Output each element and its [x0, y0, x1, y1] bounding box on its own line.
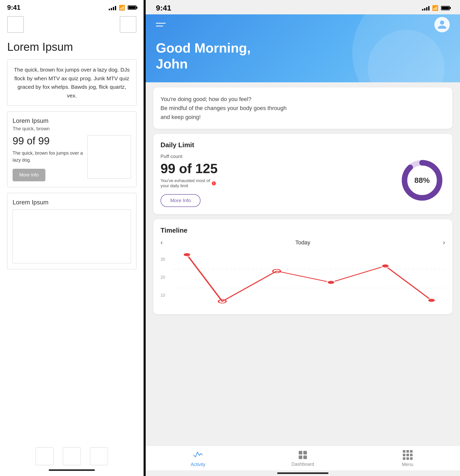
timeline-date: Today: [295, 239, 311, 246]
menu-label: Menu: [402, 462, 413, 467]
left-bottom-bar: [0, 443, 144, 476]
right-battery-icon: [441, 6, 450, 10]
left-home-indicator: [49, 469, 95, 471]
y-label-20: 20: [161, 275, 165, 280]
left-top-icon-right[interactable]: [120, 16, 136, 33]
wifi-icon: 📶: [119, 5, 125, 11]
right-phone: 9:41 📶 Good Morning,John: [146, 0, 460, 476]
timeline-prev-button[interactable]: ‹: [161, 239, 163, 246]
timeline-title: Timeline: [161, 226, 445, 234]
svg-rect-10: [299, 451, 302, 454]
left-phone: 9:41 📶 Lorem Ipsum The quick, brown fox …: [0, 0, 144, 476]
line-chart-svg: [173, 251, 445, 307]
wellbeing-text: You're doing good; how do you feel? Be m…: [161, 95, 445, 122]
wellbeing-card: You're doing good; how do you feel? Be m…: [153, 87, 452, 129]
bottom-nav: Activity Dashboard Menu: [146, 446, 460, 470]
left-status-bar: 9:41 📶: [0, 0, 144, 14]
nav-menu[interactable]: Menu: [395, 450, 421, 467]
activity-icon: [193, 450, 203, 460]
signal-icon: [109, 5, 116, 10]
left-text-box: The quick, brown fox jumps over a lazy d…: [7, 60, 136, 106]
nav-dashboard[interactable]: Dashboard: [290, 450, 316, 467]
hamburger-icon[interactable]: [156, 23, 166, 26]
svg-point-8: [382, 264, 389, 268]
right-scroll-area[interactable]: You're doing good; how do you feel? Be m…: [146, 82, 460, 446]
left-card-count: 99 of 99: [13, 135, 83, 147]
phone-divider: [144, 0, 146, 476]
svg-point-4: [183, 253, 191, 256]
left-top-icon-left[interactable]: [7, 16, 24, 33]
y-label-10: 10: [161, 293, 165, 298]
timeline-card: Timeline ‹ Today › 10 20 30: [153, 219, 452, 314]
left-paragraph: The quick, brown fox jumps over a lazy d…: [13, 65, 131, 100]
svg-rect-12: [299, 455, 302, 459]
left-bottom-icons: [36, 447, 108, 465]
left-more-info-button[interactable]: More Info: [13, 169, 45, 181]
daily-limit-title: Daily Limit: [161, 141, 445, 149]
right-status-bar: 9:41 📶: [146, 0, 460, 14]
left-top-icons: [0, 14, 144, 35]
left-lorem-card: Lorem Ipsum: [7, 193, 136, 269]
left-lorem-card-title: Lorem Ipsum: [13, 199, 131, 206]
greeting: Good Morning,John: [156, 40, 450, 72]
donut-percent: 88%: [414, 176, 430, 185]
left-bottom-icon-1[interactable]: [36, 447, 54, 465]
left-bottom-icon-2[interactable]: [63, 447, 81, 465]
battery-icon: [128, 5, 136, 10]
right-wifi-icon: 📶: [432, 5, 438, 11]
right-status-icons: 📶: [422, 5, 450, 11]
left-card: Lorem Ipsum The quick, brown 99 of 99 Th…: [7, 111, 136, 187]
puff-label: Puff count: [161, 154, 218, 159]
header-top-row: [156, 14, 450, 40]
left-content: Lorem Ipsum The quick, brown fox jumps o…: [0, 35, 144, 443]
dashboard-label: Dashboard: [292, 462, 314, 467]
right-signal-icon: [422, 5, 429, 11]
right-more-info-button[interactable]: More Info: [161, 194, 201, 207]
puff-count: 99 of 125: [161, 161, 218, 176]
svg-rect-13: [303, 455, 307, 459]
svg-point-9: [428, 299, 435, 302]
activity-label: Activity: [191, 462, 205, 467]
left-bottom-icon-3[interactable]: [90, 447, 108, 465]
left-chart-placeholder: [13, 210, 131, 263]
left-time: 9:41: [7, 4, 21, 12]
svg-rect-11: [303, 451, 307, 454]
right-time: 9:41: [156, 4, 171, 12]
timeline-nav: ‹ Today ›: [161, 239, 445, 246]
left-card-subtitle: The quick, brown: [13, 126, 131, 132]
y-axis-labels: 10 20 30: [161, 251, 165, 307]
timeline-next-button[interactable]: ›: [443, 239, 445, 246]
menu-icon: [403, 450, 413, 460]
right-home-indicator: [277, 472, 328, 474]
donut-chart: 88%: [399, 157, 445, 203]
y-label-30: 30: [161, 257, 165, 262]
daily-limit-card: Daily Limit Puff count 99 of 125 You've …: [153, 134, 452, 214]
left-card-title: Lorem Ipsum: [13, 117, 131, 124]
avatar[interactable]: [434, 17, 450, 32]
left-card-desc: The quick, brown fox jumps over a lazy d…: [13, 150, 83, 164]
svg-point-7: [327, 281, 335, 284]
warning-dot-icon: [212, 181, 216, 185]
puff-warning: You've exhausted most ofyour daily limit: [161, 178, 218, 189]
left-status-icons: 📶: [109, 5, 136, 11]
left-title: Lorem Ipsum: [7, 41, 136, 53]
dashboard-icon: [298, 450, 307, 460]
chart-area: 10 20 30: [161, 251, 445, 307]
nav-activity[interactable]: Activity: [185, 450, 211, 467]
left-card-image: [87, 135, 131, 179]
right-header: Good Morning,John: [146, 14, 460, 82]
